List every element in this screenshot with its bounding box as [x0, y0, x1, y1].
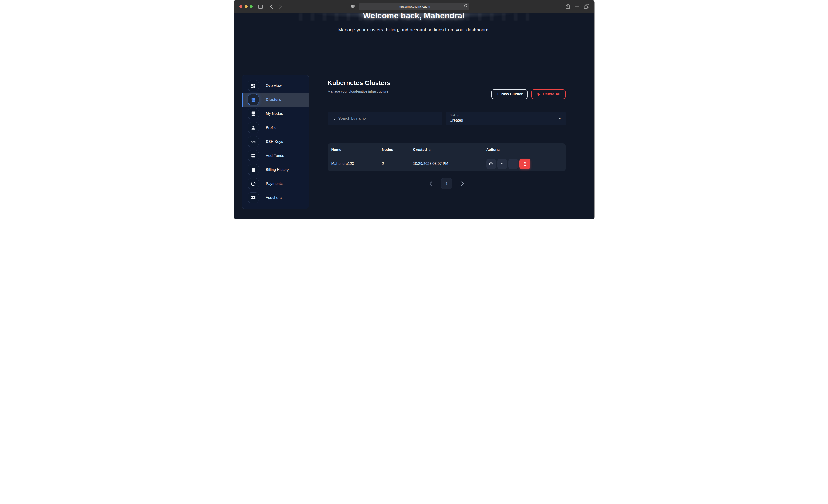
sidebar-item-label: Add Funds — [266, 154, 284, 158]
cluster-created-cell: 10/29/2025 03:07 PM — [413, 162, 486, 166]
cluster-nodes-cell: 2 — [382, 162, 413, 166]
sidebar-item-label: Vouchers — [266, 196, 282, 200]
plus-icon: + — [496, 92, 499, 97]
sidebar-item-ssh-keys[interactable]: SSH Keys — [242, 135, 309, 149]
minimize-window-button[interactable] — [245, 5, 248, 8]
page-title: Kubernetes Clusters — [328, 79, 391, 87]
clusters-table: Name Nodes Created↕ Actions Mahendra123 … — [328, 143, 566, 171]
url-text: https://myceliumcloud.tf — [398, 5, 430, 8]
sort-by-value: Created — [450, 118, 562, 122]
clock-icon — [248, 178, 259, 189]
sidebar-item-label: Billing History — [266, 167, 289, 172]
table-header-row: Name Nodes Created↕ Actions — [328, 143, 566, 157]
sidebar-item-label: Overview — [266, 83, 282, 88]
tab-overview-icon[interactable] — [584, 4, 589, 10]
sidebar-item-add-funds[interactable]: Add Funds — [242, 149, 309, 163]
toolbar-right-icons — [566, 4, 589, 10]
search-field — [328, 112, 442, 125]
eye-icon — [489, 162, 493, 166]
sidebar-item-vouchers[interactable]: Vouchers — [242, 191, 309, 205]
sidebar-item-overview[interactable]: Overview — [242, 79, 309, 93]
clusters-section: Kubernetes Clusters Manage your cloud-na… — [328, 79, 566, 189]
browser-toolbar: https://myceliumcloud.tf — [234, 0, 594, 13]
previous-page-icon[interactable] — [429, 181, 432, 186]
sidebar-item-label: Payments — [266, 181, 283, 186]
chevron-down-icon: ▼ — [558, 117, 561, 120]
dashboard-icon — [248, 80, 259, 91]
sidebar-toggle-icon[interactable] — [258, 4, 263, 9]
privacy-shield-icon[interactable] — [351, 4, 355, 10]
sidebar-nav: Overview Clusters My Nodes Profile — [242, 75, 309, 209]
plus-icon — [511, 162, 515, 166]
sort-by-label: Sort by — [450, 114, 562, 117]
delete-cluster-button[interactable] — [520, 159, 530, 169]
welcome-title: Welcome back, Mahendra! — [234, 13, 594, 20]
row-actions — [486, 159, 562, 169]
welcome-subtitle: Manage your clusters, billing, and accou… — [234, 27, 594, 33]
cluster-name-cell: Mahendra123 — [331, 162, 382, 166]
new-cluster-button[interactable]: + New Cluster — [491, 89, 528, 99]
col-header-actions: Actions — [486, 148, 562, 152]
download-icon — [500, 162, 504, 166]
sidebar-item-label: My Nodes — [266, 112, 283, 116]
dashboard-page: Welcome back, Mahendra! Manage your clus… — [234, 13, 594, 219]
sidebar-item-label: Clusters — [266, 97, 281, 102]
search-input[interactable] — [338, 116, 439, 121]
sidebar-item-payments[interactable]: Payments — [242, 177, 309, 191]
address-bar[interactable]: https://myceliumcloud.tf — [359, 3, 469, 10]
nodes-icon — [248, 108, 259, 119]
sidebar-item-my-nodes[interactable]: My Nodes — [242, 107, 309, 121]
sort-updown-icon: ↕ — [428, 148, 431, 152]
user-icon — [248, 122, 259, 133]
new-tab-icon[interactable] — [575, 4, 579, 9]
col-header-name: Name — [331, 148, 382, 152]
key-icon — [248, 136, 259, 147]
share-icon[interactable] — [566, 4, 570, 10]
servers-icon — [248, 94, 259, 105]
sidebar-item-clusters[interactable]: Clusters — [242, 93, 309, 107]
delete-all-button[interactable]: Delete All — [531, 89, 565, 99]
sidebar-item-billing-history[interactable]: Billing History — [242, 163, 309, 177]
browser-window: https://myceliumcloud.tf Welcome back, M… — [234, 0, 594, 219]
sidebar-item-label: SSH Keys — [266, 139, 283, 144]
sort-by-select[interactable]: Sort by Created ▼ — [446, 112, 566, 125]
forward-icon[interactable] — [277, 4, 283, 9]
trash-sweep-icon — [536, 92, 540, 96]
wallet-icon — [248, 150, 259, 161]
view-cluster-button[interactable] — [486, 159, 496, 169]
receipt-icon — [248, 164, 259, 175]
page-subtitle: Manage your cloud-native infrastructure — [328, 89, 391, 93]
zoom-window-button[interactable] — [250, 5, 253, 8]
welcome-hero: Welcome back, Mahendra! Manage your clus… — [234, 13, 594, 33]
trash-icon — [523, 162, 527, 166]
download-kubeconfig-button[interactable] — [497, 159, 507, 169]
traffic-lights — [240, 5, 253, 8]
pagination: 1 — [328, 178, 566, 189]
reload-icon[interactable] — [464, 4, 467, 8]
sidebar-item-label: Profile — [266, 125, 277, 130]
next-page-icon[interactable] — [461, 181, 464, 186]
close-window-button[interactable] — [240, 5, 242, 8]
search-icon — [331, 116, 335, 120]
add-node-button[interactable] — [508, 159, 518, 169]
ticket-icon — [248, 192, 259, 203]
table-row: Mahendra123 2 10/29/2025 03:07 PM — [328, 157, 566, 171]
col-header-created[interactable]: Created↕ — [413, 148, 486, 152]
back-icon[interactable] — [268, 4, 275, 9]
page-number[interactable]: 1 — [441, 178, 452, 189]
sidebar-item-profile[interactable]: Profile — [242, 121, 309, 135]
col-header-nodes: Nodes — [382, 148, 413, 152]
